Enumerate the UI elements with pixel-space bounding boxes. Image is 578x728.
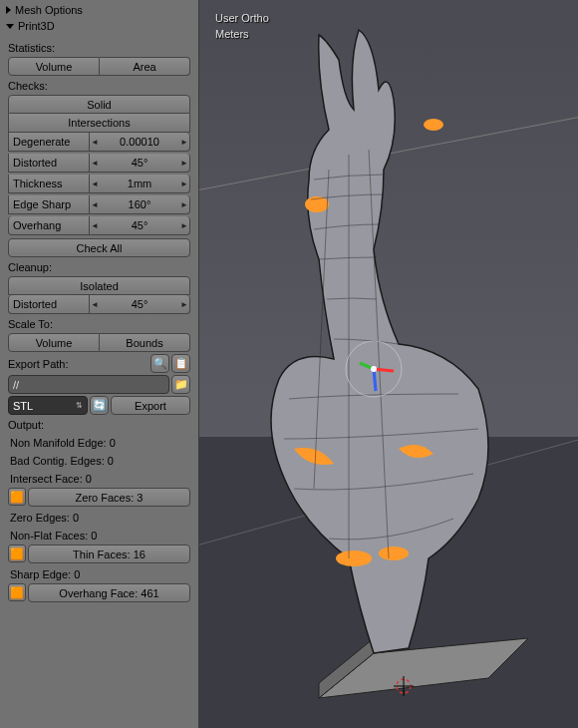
cube-icon: 🟧 [8, 488, 26, 506]
intersect-face-output: Intersect Face: 0 [8, 470, 190, 488]
sharp-edge-output: Sharp Edge: 0 [8, 565, 190, 583]
edge-sharp-button[interactable]: Edge Sharp [8, 195, 90, 214]
non-manifold-edge-output: Non Manifold Edge: 0 [8, 434, 190, 452]
export-path-label: Export Path: [8, 358, 148, 370]
folder-browse-button[interactable]: 📁 [171, 375, 190, 394]
copy-icon: 📋 [174, 357, 188, 370]
thin-faces-button[interactable]: Thin Faces: 16 [28, 545, 190, 563]
svg-line-10 [374, 369, 376, 391]
volume-button[interactable]: Volume [8, 57, 100, 76]
svg-point-6 [336, 550, 372, 566]
collapse-right-icon [6, 6, 11, 14]
check-all-button[interactable]: Check All [8, 238, 190, 257]
zero-faces-button[interactable]: Zero Faces: 3 [28, 488, 190, 507]
isolated-button[interactable]: Isolated [8, 276, 190, 295]
arrow-left-icon[interactable]: ◄ [90, 138, 100, 147]
scale-volume-button[interactable]: Volume [8, 333, 100, 352]
reload-icon-button[interactable]: 🔄 [90, 396, 109, 415]
arrow-right-icon[interactable]: ► [179, 180, 189, 188]
checks-label: Checks: [8, 80, 190, 92]
output-label: Output: [8, 419, 190, 431]
print3d-label: Print3D [18, 20, 55, 32]
distorted-button[interactable]: Distorted [8, 154, 90, 173]
print3d-panel-header[interactable]: Print3D [2, 18, 196, 34]
overhang-face-button[interactable]: Overhang Face: 461 [28, 583, 190, 602]
degenerate-button[interactable]: Degenerate [8, 133, 90, 152]
copy-icon-button[interactable]: 📋 [171, 354, 190, 373]
arrow-left-icon[interactable]: ◄ [90, 200, 100, 209]
scaleto-label: Scale To: [8, 318, 190, 330]
cube-icon: 🟧 [8, 545, 26, 562]
overhang-button[interactable]: Overhang [8, 216, 90, 235]
arrow-right-icon[interactable]: ► [179, 221, 189, 230]
print3d-panel-body: Statistics: Volume Area Checks: Solid In… [2, 34, 196, 610]
export-button[interactable]: Export [111, 396, 190, 415]
bad-contig-edges-output: Bad Contig. Edges: 0 [8, 452, 190, 470]
intersections-button[interactable]: Intersections [8, 114, 190, 133]
zoom-icon-button[interactable]: 🔍 [150, 354, 169, 373]
arrow-right-icon[interactable]: ► [179, 138, 189, 147]
cleanup-distorted-button[interactable]: Distorted [8, 295, 90, 314]
zero-edges-output: Zero Edges: 0 [8, 509, 190, 527]
cleanup-distorted-value[interactable]: ◄ 45° ► [90, 295, 190, 314]
overhang-value[interactable]: ◄ 45° ► [90, 216, 190, 235]
collapse-down-icon [6, 24, 14, 29]
svg-point-5 [424, 119, 443, 131]
thickness-value[interactable]: ◄ 1mm ► [90, 175, 190, 193]
deer-model [199, 0, 578, 728]
folder-icon: 📁 [174, 378, 188, 391]
mesh-options-panel-header[interactable]: Mesh Options [2, 2, 196, 18]
nonflat-faces-output: Non-Flat Faces: 0 [8, 527, 190, 545]
cleanup-label: Cleanup: [8, 261, 190, 273]
export-format-select[interactable]: STL ⇅ [8, 396, 88, 415]
chevron-updown-icon: ⇅ [76, 401, 83, 410]
arrow-left-icon[interactable]: ◄ [90, 300, 100, 309]
mesh-options-label: Mesh Options [15, 4, 83, 16]
cube-icon: 🟧 [8, 583, 26, 601]
svg-point-11 [371, 366, 377, 372]
arrow-left-icon[interactable]: ◄ [90, 221, 100, 230]
export-path-field[interactable]: // [8, 375, 169, 394]
solid-button[interactable]: Solid [8, 95, 190, 114]
arrow-left-icon[interactable]: ◄ [90, 159, 100, 168]
zoom-icon: 🔍 [153, 357, 167, 370]
arrow-right-icon[interactable]: ► [179, 159, 189, 168]
3d-viewport[interactable]: User Ortho Meters [199, 0, 578, 728]
arrow-right-icon[interactable]: ► [179, 200, 189, 209]
distorted-value[interactable]: ◄ 45° ► [90, 154, 190, 173]
degenerate-value[interactable]: ◄ 0.00010 ► [90, 133, 190, 152]
area-button[interactable]: Area [100, 57, 190, 76]
svg-point-7 [379, 546, 409, 560]
svg-line-8 [374, 369, 394, 371]
statistics-label: Statistics: [8, 42, 190, 54]
arrow-left-icon[interactable]: ◄ [90, 180, 100, 188]
scale-bounds-button[interactable]: Bounds [100, 333, 190, 352]
thickness-button[interactable]: Thickness [8, 175, 90, 193]
reload-icon: 🔄 [93, 399, 107, 412]
edge-sharp-value[interactable]: ◄ 160° ► [90, 195, 190, 214]
arrow-right-icon[interactable]: ► [179, 300, 189, 309]
